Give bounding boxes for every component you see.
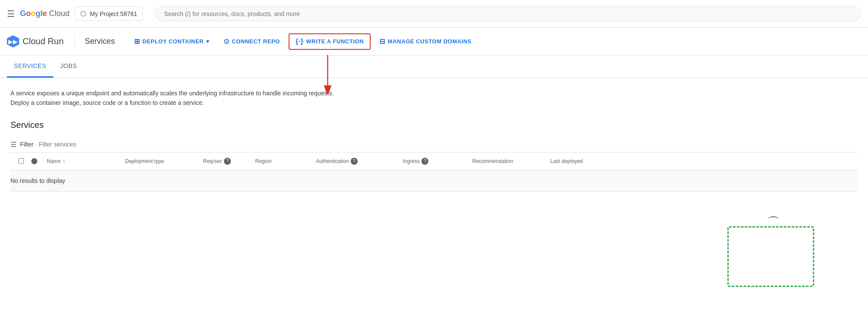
cloud-run-icon: ▶▶ [7,36,19,48]
dashed-box-annotation [727,226,814,287]
app-name: Cloud Run [23,36,64,46]
deploy-container-button[interactable]: ⊞ DEPLOY CONTAINER ▾ [129,34,215,49]
project-name: My Project 58761 [90,10,137,17]
empty-state: No results to display [10,170,858,192]
th-deployment-type: Deployment type [125,158,203,165]
main-content: A service exposes a unique endpoint and … [0,78,868,287]
select-all-checkbox[interactable] [18,158,24,164]
th-req-sec: Req/sec ? [203,158,255,165]
top-bar: ☰ Google Cloud ⬡ My Project 58761 [0,0,868,28]
write-function-button[interactable]: {·} WRITE A FUNCTION [289,33,371,50]
manage-custom-domains-button[interactable]: ⊟ MANAGE CUSTOM DOMAINS [374,34,477,49]
annotation-area: ⌒ [10,200,858,287]
project-selector[interactable]: ⬡ My Project 58761 [75,7,143,21]
ingress-help-icon[interactable]: ? [421,158,428,165]
search-input[interactable] [155,7,861,21]
th-last-deployed: Last deployed [550,158,620,165]
description: A service exposes a unique endpoint and … [10,88,858,108]
filter-label: Filter [20,141,33,148]
tabs-bar: SERVICES JOBS [0,55,868,78]
connect-repo-button[interactable]: ⊙ CONNECT REPO [218,34,285,49]
tab-services[interactable]: SERVICES [7,55,53,78]
description-line2: Deploy a container image, source code or… [10,98,858,107]
nav-actions: ⊞ DEPLOY CONTAINER ▾ ⊙ CONNECT REPO {·} … [129,33,477,50]
connect-repo-icon: ⊙ [224,37,230,46]
deploy-container-icon: ⊞ [134,37,140,46]
tab-jobs[interactable]: JOBS [53,55,84,78]
project-icon: ⬡ [80,10,86,18]
th-checkbox[interactable] [10,158,31,165]
authentication-help-icon[interactable]: ? [351,158,358,165]
th-name[interactable]: Name ↑ [47,158,125,165]
write-function-icon: {·} [296,38,303,46]
table-header: Name ↑ Deployment type Req/sec ? Region … [10,153,858,170]
cloud-run-logo: ▶▶ Cloud Run [7,36,75,48]
th-authentication: Authentication ? [316,158,403,165]
menu-icon[interactable]: ☰ [7,9,15,19]
req-sec-help-icon[interactable]: ? [224,158,231,165]
th-recommendation: Recommendation [472,158,550,165]
th-ingress: Ingress ? [403,158,472,165]
filter-icon: ☰ [10,140,16,149]
section-label: Services [75,37,125,46]
google-cloud-logo: Google Cloud [20,9,69,18]
th-region: Region [255,158,316,165]
dropdown-arrow-icon: ▾ [206,38,210,45]
status-indicator [31,158,37,164]
description-line1: A service exposes a unique endpoint and … [10,88,858,98]
sort-icon[interactable]: ↑ [62,158,65,164]
table-container: Name ↑ Deployment type Req/sec ? Region … [10,153,858,192]
th-status [31,158,47,165]
filter-row: ☰ Filter [10,137,858,153]
manage-domains-icon: ⊟ [379,37,385,46]
secondary-nav: ▶▶ Cloud Run Services ⊞ DEPLOY CONTAINER… [0,28,868,55]
filter-input[interactable] [39,141,858,148]
services-title: Services [10,120,858,130]
